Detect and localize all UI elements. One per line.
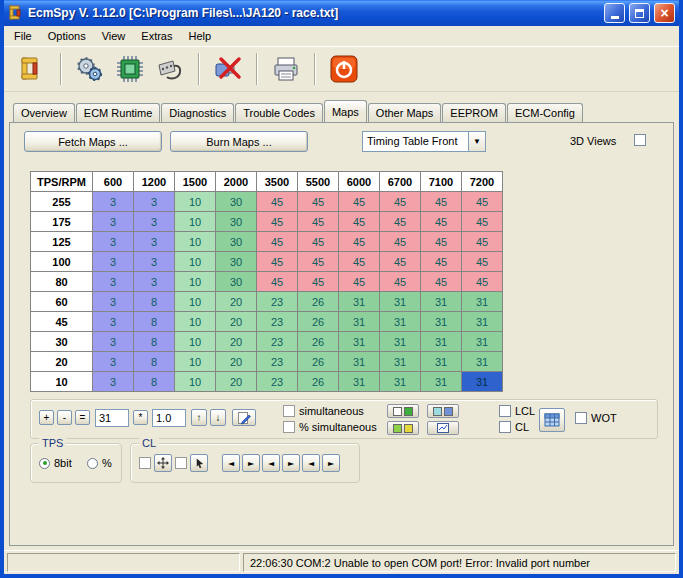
map-cell-10-7100[interactable]: 31 bbox=[421, 372, 462, 392]
map-cell-30-600[interactable]: 3 bbox=[93, 332, 134, 352]
map-cell-80-2000[interactable]: 30 bbox=[216, 272, 257, 292]
menu-item-options[interactable]: Options bbox=[40, 27, 94, 45]
menu-item-extras[interactable]: Extras bbox=[133, 27, 180, 45]
map-cell-175-2000[interactable]: 30 bbox=[216, 212, 257, 232]
edit-cell-button[interactable] bbox=[232, 409, 256, 426]
map-cell-45-3500[interactable]: 23 bbox=[257, 312, 298, 332]
map-cell-175-6000[interactable]: 45 bbox=[339, 212, 380, 232]
map-cell-175-7100[interactable]: 45 bbox=[421, 212, 462, 232]
tab-overview[interactable]: Overview bbox=[13, 103, 75, 122]
map-cell-45-5500[interactable]: 26 bbox=[298, 312, 339, 332]
map-cell-45-2000[interactable]: 20 bbox=[216, 312, 257, 332]
map-cell-175-3500[interactable]: 45 bbox=[257, 212, 298, 232]
multiply-value-button[interactable]: * bbox=[133, 410, 148, 425]
map-cell-100-7200[interactable]: 45 bbox=[462, 252, 503, 272]
map-cell-125-600[interactable]: 3 bbox=[93, 232, 134, 252]
map-cell-20-5500[interactable]: 26 bbox=[298, 352, 339, 372]
map-cell-45-1500[interactable]: 10 bbox=[175, 312, 216, 332]
setup-tools-button[interactable] bbox=[12, 49, 52, 89]
map-cell-45-600[interactable]: 3 bbox=[93, 312, 134, 332]
set-value-button[interactable]: = bbox=[75, 410, 90, 425]
print-button[interactable] bbox=[266, 49, 306, 89]
map-cell-10-600[interactable]: 3 bbox=[93, 372, 134, 392]
map-cell-60-7200[interactable]: 31 bbox=[462, 292, 503, 312]
move-mode-button[interactable] bbox=[154, 454, 172, 472]
map-cell-80-5500[interactable]: 45 bbox=[298, 272, 339, 292]
blue-grid-fill-button[interactable] bbox=[427, 404, 459, 418]
map-cell-30-2000[interactable]: 20 bbox=[216, 332, 257, 352]
cl-arrow-button-3[interactable]: ◄ bbox=[262, 454, 280, 472]
map-cell-80-600[interactable]: 3 bbox=[93, 272, 134, 292]
menu-item-help[interactable]: Help bbox=[181, 27, 220, 45]
map-cell-100-6700[interactable]: 45 bbox=[380, 252, 421, 272]
map-cell-255-6700[interactable]: 45 bbox=[380, 192, 421, 212]
tab-eeprom[interactable]: EEPROM bbox=[442, 103, 506, 122]
map-cell-30-3500[interactable]: 23 bbox=[257, 332, 298, 352]
map-cell-175-6700[interactable]: 45 bbox=[380, 212, 421, 232]
map-cell-45-7100[interactable]: 31 bbox=[421, 312, 462, 332]
map-cell-175-1200[interactable]: 3 bbox=[134, 212, 175, 232]
map-cell-60-7100[interactable]: 31 bbox=[421, 292, 462, 312]
connect-plug-button[interactable] bbox=[150, 49, 190, 89]
settings-gears-button[interactable] bbox=[70, 49, 110, 89]
map-cell-10-5500[interactable]: 26 bbox=[298, 372, 339, 392]
map-cell-80-6700[interactable]: 45 bbox=[380, 272, 421, 292]
exit-power-button[interactable] bbox=[324, 49, 364, 89]
tab-ecm-config[interactable]: ECM-Config bbox=[507, 103, 583, 122]
menu-item-file[interactable]: File bbox=[6, 27, 40, 45]
map-cell-30-5500[interactable]: 26 bbox=[298, 332, 339, 352]
map-cell-255-7100[interactable]: 45 bbox=[421, 192, 462, 212]
map-cell-10-6700[interactable]: 31 bbox=[380, 372, 421, 392]
map-cell-100-6000[interactable]: 45 bbox=[339, 252, 380, 272]
map-cell-125-1200[interactable]: 3 bbox=[134, 232, 175, 252]
map-cell-255-2000[interactable]: 30 bbox=[216, 192, 257, 212]
map-cell-80-7100[interactable]: 45 bbox=[421, 272, 462, 292]
map-cell-125-7200[interactable]: 45 bbox=[462, 232, 503, 252]
map-cell-100-3500[interactable]: 45 bbox=[257, 252, 298, 272]
cl-table-button[interactable] bbox=[539, 408, 565, 432]
menu-item-view[interactable]: View bbox=[94, 27, 134, 45]
lcl-checkbox[interactable] bbox=[499, 405, 511, 417]
map-cell-125-2000[interactable]: 30 bbox=[216, 232, 257, 252]
map-cell-125-1500[interactable]: 10 bbox=[175, 232, 216, 252]
map-cell-10-3500[interactable]: 23 bbox=[257, 372, 298, 392]
ecm-chip-button[interactable] bbox=[110, 49, 150, 89]
cl-option-checkbox-2[interactable] bbox=[175, 457, 187, 469]
map-cell-175-7200[interactable]: 45 bbox=[462, 212, 503, 232]
tab-maps[interactable]: Maps bbox=[324, 100, 367, 122]
cl-checkbox[interactable] bbox=[499, 421, 511, 433]
cl-arrow-button-1[interactable]: ◄ bbox=[222, 454, 240, 472]
map-cell-80-6000[interactable]: 45 bbox=[339, 272, 380, 292]
map-cell-175-1500[interactable]: 10 bbox=[175, 212, 216, 232]
map-cell-100-1500[interactable]: 10 bbox=[175, 252, 216, 272]
map-cell-60-1500[interactable]: 10 bbox=[175, 292, 216, 312]
cl-option-checkbox-1[interactable] bbox=[139, 457, 151, 469]
map-cell-100-2000[interactable]: 30 bbox=[216, 252, 257, 272]
map-cell-80-7200[interactable]: 45 bbox=[462, 272, 503, 292]
burn-maps-button[interactable]: Burn Maps ... bbox=[170, 131, 308, 152]
fetch-maps-button[interactable]: Fetch Maps ... bbox=[24, 131, 162, 152]
map-cell-125-6000[interactable]: 45 bbox=[339, 232, 380, 252]
map-cell-80-1500[interactable]: 10 bbox=[175, 272, 216, 292]
map-cell-30-6700[interactable]: 31 bbox=[380, 332, 421, 352]
map-cell-60-2000[interactable]: 20 bbox=[216, 292, 257, 312]
map-cell-45-6700[interactable]: 31 bbox=[380, 312, 421, 332]
add-value-button[interactable]: + bbox=[39, 410, 54, 425]
map-cell-20-6000[interactable]: 31 bbox=[339, 352, 380, 372]
map-cell-100-5500[interactable]: 45 bbox=[298, 252, 339, 272]
pointer-mode-button[interactable] bbox=[190, 454, 208, 472]
view-3d-checkbox[interactable] bbox=[634, 134, 646, 146]
map-cell-60-1200[interactable]: 8 bbox=[134, 292, 175, 312]
map-cell-30-7100[interactable]: 31 bbox=[421, 332, 462, 352]
map-cell-255-1500[interactable]: 10 bbox=[175, 192, 216, 212]
decrease-button[interactable]: ↓ bbox=[210, 409, 226, 426]
map-cell-45-7200[interactable]: 31 bbox=[462, 312, 503, 332]
map-cell-175-600[interactable]: 3 bbox=[93, 212, 134, 232]
cl-arrow-button-6[interactable]: ► bbox=[322, 454, 340, 472]
pct-simultaneous-checkbox[interactable] bbox=[283, 421, 295, 433]
yellow-green-fill-button[interactable] bbox=[387, 421, 419, 435]
map-cell-30-6000[interactable]: 31 bbox=[339, 332, 380, 352]
map-cell-60-6000[interactable]: 31 bbox=[339, 292, 380, 312]
map-cell-45-1200[interactable]: 8 bbox=[134, 312, 175, 332]
map-cell-175-5500[interactable]: 45 bbox=[298, 212, 339, 232]
